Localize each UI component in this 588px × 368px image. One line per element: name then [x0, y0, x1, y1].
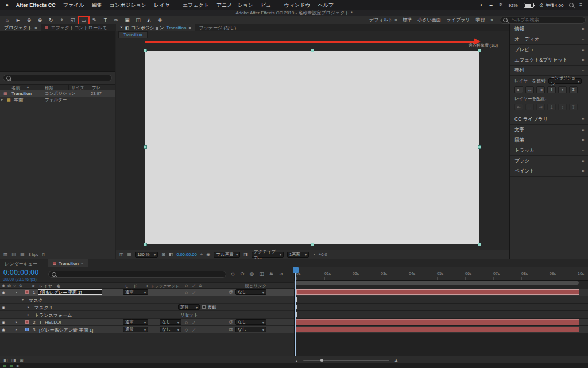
parent-pickwhip-icon[interactable]: @: [229, 320, 233, 324]
align-left-button[interactable]: ⇤: [514, 86, 523, 93]
shy-switch-icon[interactable]: ◇: [185, 320, 188, 324]
menu-app-name[interactable]: After Effects CC: [16, 2, 56, 8]
align-top-button[interactable]: ↥: [547, 86, 556, 93]
show-channels-icon[interactable]: ◨: [243, 252, 248, 257]
panel-menu-icon[interactable]: ≡: [582, 48, 584, 52]
workspace-more-icon[interactable]: »: [488, 17, 496, 22]
expand-transfer-toggle-icon[interactable]: ◨: [11, 358, 16, 363]
roto-brush-tool-icon[interactable]: ◭: [144, 17, 154, 24]
workspace-small-screen[interactable]: 小さい画面: [415, 17, 443, 23]
workspace-learn[interactable]: 学習: [473, 17, 488, 23]
active-camera-dropdown[interactable]: アクティブカ...▾: [252, 252, 284, 258]
always-preview-icon[interactable]: ◫: [119, 252, 124, 257]
blend-mode-dropdown[interactable]: 通常▾: [123, 319, 148, 325]
eye-icon[interactable]: ◉: [2, 305, 5, 309]
timeline-current-time[interactable]: 0:00:00:00: [3, 269, 39, 277]
tab-timeline-transition[interactable]: Transition ≡: [48, 259, 88, 267]
color-depth-button[interactable]: 8 bpc: [29, 252, 38, 256]
audio-column-icon[interactable]: ◍: [7, 283, 11, 288]
menu-item-layer[interactable]: レイヤー: [154, 2, 175, 9]
parent-dropdown[interactable]: なし▾: [235, 327, 266, 332]
draft-3d-icon[interactable]: ⊙: [240, 271, 245, 277]
show-snapshot-icon[interactable]: ◉: [206, 252, 210, 257]
blend-mode-dropdown[interactable]: 通常▾: [123, 289, 148, 295]
layer-name-editing[interactable]: [明るいグレー 平面 1]: [38, 289, 102, 295]
panel-menu-icon[interactable]: ≡: [582, 68, 584, 72]
battery-icon[interactable]: [524, 3, 534, 8]
home-tool-icon[interactable]: ⌂: [2, 17, 12, 24]
timeline-search-field[interactable]: [48, 271, 226, 278]
expand-switches-toggle-icon[interactable]: ◧: [3, 358, 8, 363]
media-cache-icon[interactable]: ▤: [10, 364, 13, 367]
col-layer-number[interactable]: #: [32, 283, 34, 289]
work-area-bar[interactable]: [295, 281, 579, 285]
panel-brushes[interactable]: ブラシ ≡: [510, 156, 588, 166]
quality-column-icon[interactable]: ／: [192, 283, 196, 288]
workspace-default[interactable]: デフォルト ≡: [366, 17, 400, 23]
transparency-grid-icon[interactable]: ◧: [169, 252, 173, 257]
menu-item-window[interactable]: ウィンドウ: [284, 2, 311, 9]
apple-menu-icon[interactable]: ●: [6, 3, 9, 7]
track-row-1[interactable]: [295, 289, 588, 296]
twirl-closed-icon[interactable]: ▸: [16, 328, 17, 331]
panel-preview[interactable]: プレビュー ≡: [510, 45, 588, 55]
twirl-open-icon[interactable]: ▾: [22, 298, 24, 301]
panel-menu-icon[interactable]: ≡: [582, 58, 584, 62]
panel-tracker[interactable]: トラッカー ≡: [510, 145, 588, 156]
twirl-open-icon[interactable]: ▾: [16, 290, 17, 294]
mini-flowchart-icon[interactable]: ◇: [231, 271, 235, 277]
shy-switch-icon[interactable]: ◇: [185, 290, 188, 294]
layer-name[interactable]: [グレー系シアン青 平面 1]: [39, 327, 93, 334]
new-folder-icon[interactable]: ▤: [12, 252, 17, 257]
selection-handle[interactable]: [311, 49, 314, 52]
zoom-tool-icon[interactable]: ⊕: [35, 17, 45, 24]
motion-blur-icon[interactable]: ≋: [269, 271, 274, 277]
col-trkmat-t[interactable]: T: [146, 283, 149, 289]
help-search-input[interactable]: [510, 17, 582, 23]
layer-duration-bar-selected[interactable]: [296, 289, 579, 295]
tab-composition[interactable]: × ◧ コンポジション Transition ≡: [116, 24, 195, 31]
trash-icon[interactable]: ▯: [42, 252, 45, 257]
exposure-value[interactable]: +0.0: [319, 252, 327, 257]
panel-character[interactable]: 文字 ≡: [510, 125, 588, 135]
align-center-h-button[interactable]: ↔: [525, 86, 534, 93]
timeline-zoom-slider[interactable]: [303, 360, 389, 361]
comp-current-time[interactable]: 0:00:00:00: [176, 252, 196, 257]
eye-icon[interactable]: ◉: [2, 328, 5, 332]
distribute-left-button[interactable]: ⇤: [514, 103, 523, 110]
panel-menu-icon[interactable]: ≡: [582, 138, 584, 142]
timeline-panel-menu-icon[interactable]: ≡: [81, 262, 83, 266]
puppet-pin-tool-icon[interactable]: ✚: [155, 17, 165, 24]
menubar-clock[interactable]: 金 午後4:00: [540, 2, 564, 9]
quality-switch-icon[interactable]: ／: [192, 320, 196, 324]
camera-tool-icon[interactable]: ⌖: [57, 17, 67, 24]
playhead[interactable]: [293, 267, 299, 273]
twirl-closed-icon[interactable]: ▸: [28, 313, 29, 316]
mask-group-label[interactable]: マスク: [29, 297, 43, 304]
wifi-icon[interactable]: ≋: [499, 3, 503, 7]
snapshot-camera-icon[interactable]: ⌖: [200, 252, 203, 257]
panel-menu-icon[interactable]: ≡: [582, 169, 584, 173]
layer-duration-bar[interactable]: [296, 319, 579, 325]
new-composition-icon[interactable]: ▦: [20, 252, 25, 257]
menu-item-view[interactable]: ビュー: [261, 2, 276, 9]
selection-handle[interactable]: [144, 49, 147, 52]
graph-editor-icon[interactable]: ⊿: [278, 271, 283, 277]
panel-menu-icon[interactable]: ≡: [582, 159, 584, 163]
tab-footage[interactable]: フッテージ (なし): [195, 24, 241, 31]
menu-item-animation[interactable]: アニメーション: [216, 2, 253, 9]
panel-cc-libraries[interactable]: CC ライブラリ ≡: [510, 114, 588, 125]
transform-reset-link[interactable]: リセット: [180, 312, 198, 318]
rectangle-shape-tool-icon[interactable]: ▭: [79, 17, 88, 24]
project-search-input[interactable]: [13, 75, 109, 81]
type-tool-icon[interactable]: T: [100, 17, 110, 24]
notification-center-icon[interactable]: ≡: [579, 3, 582, 7]
distribute-top-button[interactable]: ↥: [547, 103, 556, 110]
track-matte-dropdown[interactable]: なし▾: [160, 327, 181, 332]
expand-inout-toggle-icon[interactable]: ⊞: [20, 358, 24, 363]
panel-menu-icon[interactable]: ≡: [582, 148, 584, 152]
current-time-indicator-line[interactable]: [295, 267, 296, 356]
hide-shy-layers-icon[interactable]: ◍: [249, 271, 254, 277]
panel-lock-icon[interactable]: ◧: [125, 26, 129, 30]
workspace-menu-icon[interactable]: ≡: [394, 18, 397, 22]
